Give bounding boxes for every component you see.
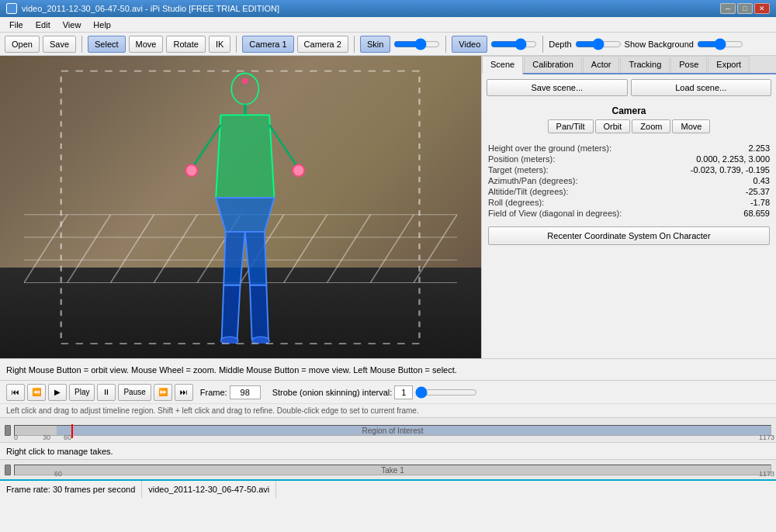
right-panel: Scene Calibration Actor Tracking Pose Ex… (481, 56, 776, 358)
viewport[interactable] (0, 56, 481, 358)
title-bar-controls[interactable]: ─ □ ✕ (720, 3, 770, 14)
strobe-input[interactable]: 1 (394, 385, 413, 399)
stat-fov: Field of View (diagonal in degrees): 68.… (488, 208, 770, 219)
load-scene-button[interactable]: Load scene... (631, 79, 772, 96)
scene-buttons: Save scene... Load scene... (482, 74, 776, 101)
maximize-button[interactable]: □ (737, 3, 753, 14)
stat-position: Position (meters): 0.000, 2.253, 3.000 (488, 154, 770, 164)
takes-tick-1173: 1173 (759, 470, 774, 478)
tick-1173: 1173 (759, 434, 774, 441)
fov-value: 68.659 (743, 209, 770, 218)
recenter-button[interactable]: Recenter Coordinate System On Character (488, 226, 770, 245)
tabs: Scene Calibration Actor Tracking Pose Ex… (482, 56, 776, 74)
pan-tilt-button[interactable]: Pan/Tilt (548, 119, 594, 133)
tab-pose[interactable]: Pose (670, 56, 707, 73)
open-button[interactable]: Open (5, 36, 40, 53)
zoom-button[interactable]: Zoom (632, 119, 670, 133)
roll-value: -1.78 (750, 198, 770, 207)
framerate-text: Frame rate: 30 frames per second (6, 485, 135, 494)
separator-2 (236, 36, 237, 53)
title-bar: video_2011-12-30_06-47-50.avi - iPi Stud… (0, 0, 776, 17)
timeline-area[interactable]: Region of Interest 0 30 60 1173 (0, 417, 776, 442)
menu-file[interactable]: File (3, 19, 29, 31)
rewind-to-start-button[interactable]: ⏮ (6, 384, 25, 401)
status-text: Right Mouse Button = orbit view. Mouse W… (6, 365, 457, 375)
tab-actor[interactable]: Actor (583, 56, 620, 73)
strobe-label: Strobe (onion skinning) interval: (272, 388, 393, 397)
playback-controls: ⏮ ⏪ ▶ Play ⏸ Pause ⏩ ⏭ Frame: 98 Strobe … (0, 380, 776, 403)
play-button[interactable]: ▶ (48, 384, 67, 401)
camera-title: Camera (488, 104, 770, 119)
rewind-button[interactable]: ⏪ (27, 384, 46, 401)
stat-altitide: Altitide/Tilt (degrees): -25.37 (488, 186, 770, 197)
status-bar: Right Mouse Button = orbit view. Mouse W… (0, 358, 776, 380)
target-label: Target (meters): (488, 165, 549, 174)
rotate-button[interactable]: Rotate (166, 36, 205, 53)
takes-label: Take 1 (381, 466, 404, 475)
position-label: Position (meters): (488, 154, 555, 164)
orbit-button[interactable]: Orbit (595, 119, 631, 133)
move-button[interactable]: Move (129, 36, 164, 53)
takes-hint: Right click to manage takes. (6, 447, 113, 456)
altitide-label: Altitide/Tilt (degrees): (488, 187, 569, 196)
camera2-button[interactable]: Camera 2 (297, 36, 348, 53)
video-slider[interactable] (490, 38, 537, 50)
takes-area[interactable]: Take 1 60 1173 (0, 459, 776, 479)
timeline-hint: Left click and drag to adjust timeline r… (0, 403, 776, 417)
move-button[interactable]: Move (672, 119, 710, 133)
pause-label[interactable]: Pause (118, 384, 151, 401)
takes-track[interactable]: Take 1 (14, 465, 771, 475)
altitide-value: -25.37 (746, 187, 770, 196)
camera1-button[interactable]: Camera 1 (242, 36, 293, 53)
position-value: 0.000, 2.253, 3.000 (696, 154, 770, 164)
tab-tracking[interactable]: Tracking (620, 56, 670, 73)
takes-thumb[interactable] (5, 465, 11, 475)
timeline-track[interactable]: Region of Interest (14, 425, 771, 436)
tick-0: 0 (14, 434, 18, 441)
azimuth-label: Azimuth/Pan (degrees): (488, 176, 578, 185)
close-button[interactable]: ✕ (754, 3, 770, 14)
timeline-thumb[interactable] (5, 425, 11, 436)
background-slider[interactable] (697, 38, 743, 50)
stat-height: Height over the ground (meters): 2.253 (488, 143, 770, 154)
stat-azimuth: Azimuth/Pan (degrees): 0.43 (488, 175, 770, 186)
azimuth-value: 0.43 (753, 176, 770, 185)
region-label: Region of Interest (362, 427, 424, 435)
tick-30: 30 (43, 434, 50, 441)
tab-export[interactable]: Export (708, 56, 750, 73)
menu-help[interactable]: Help (87, 19, 117, 31)
frame-input[interactable]: 98 (230, 385, 261, 399)
depth-label: Depth (549, 40, 571, 49)
filename-text: video_2011-12-30_06-47-50.avi (148, 485, 269, 494)
menu-view[interactable]: View (57, 19, 88, 31)
forward-to-end-button[interactable]: ⏭ (175, 384, 193, 401)
skin-slider[interactable] (393, 38, 440, 50)
app-icon (6, 3, 17, 14)
separator-1 (81, 36, 82, 53)
pause-icon-button[interactable]: ⏸ (97, 384, 116, 401)
stat-roll: Roll (degrees): -1.78 (488, 197, 770, 208)
skin-button[interactable]: Skin (360, 36, 390, 53)
camera-section: Camera Pan/Tilt Orbit Zoom Move (482, 101, 776, 141)
menu-edit[interactable]: Edit (29, 19, 57, 31)
framerate-section: Frame rate: 30 frames per second (0, 481, 142, 498)
save-button[interactable]: Save (43, 36, 76, 53)
show-background-label: Show Background (625, 40, 694, 49)
svg-rect-29 (61, 71, 420, 344)
bottom-status: Frame rate: 30 frames per second video_2… (0, 479, 776, 498)
minimize-button[interactable]: ─ (720, 3, 736, 14)
strobe-slider[interactable] (415, 386, 477, 399)
save-scene-button[interactable]: Save scene... (487, 79, 628, 96)
target-value: -0.023, 0.739, -0.195 (691, 165, 770, 174)
video-button[interactable]: Video (452, 36, 487, 53)
height-value: 2.253 (748, 143, 770, 153)
ik-button[interactable]: IK (209, 36, 230, 53)
title-bar-left: video_2011-12-30_06-47-50.avi - iPi Stud… (6, 3, 279, 14)
tab-calibration[interactable]: Calibration (524, 56, 582, 73)
play-label[interactable]: Play (69, 384, 95, 401)
depth-slider[interactable] (575, 38, 622, 50)
forward-button[interactable]: ⏩ (154, 384, 172, 401)
tab-scene[interactable]: Scene (482, 56, 523, 74)
menu-bar: File Edit View Help (0, 17, 776, 33)
select-button[interactable]: Select (88, 36, 126, 53)
